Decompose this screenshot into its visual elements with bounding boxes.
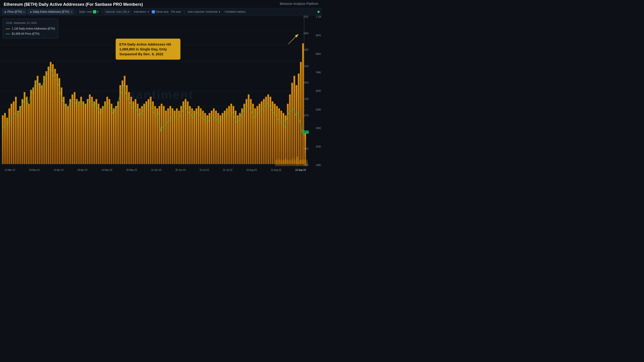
show-axis-wrapper[interactable]: ✓ Show axis	[152, 10, 169, 13]
show-axis-checkbox[interactable]: ✓	[152, 10, 155, 13]
svg-rect-131	[265, 97, 267, 164]
svg-rect-15	[13, 101, 14, 164]
svg-rect-60	[111, 104, 112, 164]
svg-rect-160	[280, 160, 280, 166]
svg-rect-183	[296, 158, 296, 166]
combine-metrics-button[interactable]: Combine metrics	[225, 10, 246, 13]
svg-rect-189	[300, 160, 301, 166]
svg-rect-193	[303, 160, 304, 166]
svg-rect-186	[298, 161, 299, 166]
color-box	[93, 10, 96, 13]
x-label-3: 13 Apr 23	[54, 169, 64, 171]
svg-rect-43	[74, 92, 76, 164]
svg-rect-154	[276, 159, 276, 166]
x-label-6: 30 May 23	[126, 169, 137, 171]
callout-text: ETH Daily Active Addresses Hit 1,089,893…	[119, 42, 171, 56]
svg-rect-70	[132, 101, 134, 164]
svg-rect-86	[167, 108, 169, 164]
svg-rect-30	[45, 71, 47, 164]
svg-rect-169	[286, 159, 287, 166]
svg-rect-76	[146, 101, 147, 164]
svg-rect-91	[178, 111, 180, 164]
x-label-5: 14 May 23	[101, 169, 112, 171]
svg-rect-11	[4, 113, 6, 164]
svg-rect-197	[306, 161, 306, 166]
svg-rect-163	[282, 161, 283, 166]
metric-pill-price[interactable]: ◈ Price (ETH) ×	[2, 9, 26, 14]
x-label-12: 31 Aug 23	[271, 169, 281, 171]
svg-rect-65	[122, 81, 123, 164]
svg-rect-56	[102, 106, 104, 164]
interval-label: Interval: Auto (4h)	[106, 10, 128, 13]
svg-rect-44	[76, 99, 78, 164]
tooltip: 13:00, September 13, 2023 1.1M Daily Act…	[3, 19, 58, 38]
indicators-chevron: ▾	[148, 10, 149, 13]
svg-rect-13	[8, 108, 10, 164]
svg-rect-75	[144, 104, 145, 164]
svg-rect-19	[22, 99, 23, 164]
svg-rect-180	[294, 160, 294, 166]
indicators-control[interactable]: Indicators: ▾	[132, 10, 150, 14]
svg-rect-81	[156, 108, 158, 164]
svg-rect-59	[108, 99, 110, 164]
svg-rect-24	[32, 88, 34, 164]
svg-rect-167	[285, 159, 286, 166]
style-control[interactable]: Style: Line ▾	[78, 10, 100, 14]
svg-rect-191	[302, 160, 302, 166]
svg-rect-196	[305, 160, 306, 166]
svg-rect-18	[20, 106, 21, 164]
svg-rect-79	[152, 101, 154, 164]
svg-rect-175	[290, 160, 291, 166]
pin-axis-control[interactable]: Pin axis	[170, 10, 182, 14]
svg-rect-63	[117, 101, 119, 164]
tooltip-price-value: $1,608.04 Price (ETH)	[12, 31, 39, 36]
metric-pill-daa[interactable]: ◈ Daily Active Addresses (ETH) ×	[28, 9, 74, 14]
close-metric-price[interactable]: ×	[23, 10, 25, 13]
svg-rect-14	[11, 104, 12, 164]
svg-rect-21	[26, 97, 28, 164]
toolbar: ◈ Price (ETH) × ◈ Daily Active Addresses…	[0, 8, 322, 15]
style-chevron: ▾	[97, 10, 98, 13]
svg-rect-57	[104, 101, 106, 164]
svg-rect-113	[226, 108, 228, 164]
svg-rect-67	[126, 85, 128, 164]
mini-chart	[275, 156, 308, 166]
svg-rect-29	[43, 76, 45, 164]
svg-rect-77	[148, 99, 150, 164]
svg-rect-125	[252, 104, 254, 164]
tooltip-date: 13:00, September 13, 2023	[6, 21, 55, 25]
svg-rect-198	[306, 159, 307, 166]
svg-rect-45	[78, 101, 80, 164]
svg-rect-118	[237, 115, 238, 164]
svg-rect-54	[98, 104, 99, 164]
interval-control[interactable]: Interval: Auto (4h) ▾	[104, 9, 131, 14]
svg-rect-62	[115, 106, 116, 164]
svg-rect-32	[50, 62, 51, 164]
svg-rect-122	[246, 99, 247, 164]
svg-rect-55	[100, 108, 102, 164]
svg-rect-144	[294, 76, 295, 164]
svg-rect-143	[291, 83, 293, 164]
style-label: Style: Line	[79, 10, 92, 13]
platform-name: Behavior Analysis Platform	[280, 2, 318, 5]
svg-rect-104	[206, 115, 208, 164]
svg-rect-51	[91, 97, 93, 164]
svg-rect-162	[282, 160, 282, 166]
svg-rect-174	[290, 160, 290, 166]
svg-rect-53	[96, 99, 97, 164]
svg-rect-190	[301, 161, 302, 166]
svg-rect-95	[187, 101, 188, 164]
tooltip-daa-row: 1.1M Daily Active Addresses (ETH)	[6, 26, 55, 31]
svg-rect-130	[263, 99, 265, 164]
axis-maxmin-label: Axis max/min: Auto/Auto	[188, 10, 218, 13]
svg-rect-199	[307, 160, 308, 166]
axis-maxmin-control[interactable]: Axis max/min: Auto/Auto ▾	[186, 10, 222, 14]
svg-rect-155	[277, 160, 277, 166]
indicators-label: Indicators:	[134, 10, 146, 13]
svg-rect-188	[300, 159, 300, 166]
svg-rect-61	[113, 108, 114, 164]
close-metric-daa[interactable]: ×	[70, 10, 72, 13]
svg-rect-27	[39, 83, 40, 164]
divider-2	[102, 10, 102, 14]
x-label-9: 15 Jul 23	[200, 169, 209, 171]
